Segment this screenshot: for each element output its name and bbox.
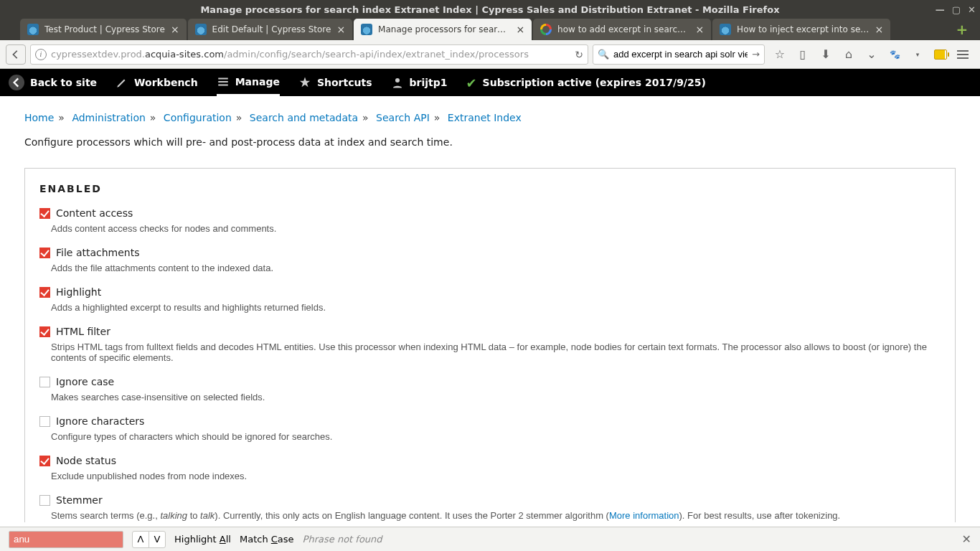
window-titlebar: Manage processors for search index Extra… [0, 0, 980, 19]
processor-label[interactable]: File attachments [56, 247, 140, 258]
breadcrumb-search-meta[interactable]: Search and metadata [250, 112, 358, 123]
new-tab-button[interactable]: + [951, 19, 973, 40]
back-to-site-icon [9, 75, 24, 90]
back-to-site-link[interactable]: Back to site [9, 75, 97, 90]
breadcrumb-config[interactable]: Configuration [164, 112, 232, 123]
find-status: Phrase not found [303, 534, 382, 545]
processor-highlight: Highlight Adds a highlighted excerpt to … [39, 286, 941, 313]
processor-desc: Adds a highlighted excerpt to results an… [51, 302, 941, 313]
battery-icon[interactable] [934, 50, 947, 60]
panel-heading: ENABLED [39, 183, 941, 194]
search-input[interactable] [613, 49, 748, 60]
processor-stemmer: Stemmer Stems search terms (e.g., talkin… [39, 494, 941, 521]
close-tab-icon[interactable]: × [875, 24, 883, 35]
find-input[interactable] [9, 531, 123, 548]
checkbox-ignore-case[interactable] [39, 377, 50, 387]
processor-label[interactable]: HTML filter [56, 326, 110, 337]
drupal-icon [361, 24, 372, 35]
subscription-status[interactable]: ✔ Subscription active (expires 2017/9/25… [466, 75, 706, 90]
close-window-icon[interactable]: ✕ [968, 4, 976, 15]
tab-test-product[interactable]: Test Product | Cypress Store × [20, 19, 187, 40]
window-controls: — ▢ ✕ [936, 0, 976, 19]
user-link[interactable]: brijtp1 [391, 76, 448, 89]
breadcrumb-home[interactable]: Home [24, 112, 54, 123]
pocket-icon[interactable]: ⌄ [865, 47, 878, 61]
drupal-icon [720, 24, 731, 35]
find-next-button[interactable]: ꓦ [149, 531, 166, 548]
checkbox-stemmer[interactable] [39, 495, 50, 506]
info-icon[interactable]: i [35, 49, 47, 60]
home-icon[interactable]: ⌂ [842, 47, 855, 61]
manage-label: Manage [235, 76, 280, 88]
user-label: brijtp1 [410, 77, 448, 88]
tab-google-search[interactable]: how to add excerpt in search ap... × [533, 19, 711, 40]
processor-desc: Adds the file attachments content to the… [51, 263, 941, 273]
breadcrumb-search-api[interactable]: Search API [376, 112, 430, 123]
content-scroll[interactable]: Home» Administration» Configuration» Sea… [0, 96, 980, 522]
highlight-all-toggle[interactable]: Highlight All [174, 534, 231, 545]
close-tab-icon[interactable]: × [171, 24, 179, 35]
processor-label[interactable]: Ignore case [56, 376, 114, 387]
user-icon [391, 76, 404, 89]
check-icon: ✔ [466, 75, 477, 90]
workbench-label: Workbench [134, 77, 198, 88]
library-icon[interactable]: ▯ [796, 47, 809, 61]
url-bar[interactable]: i cypressextdev.prod.acquia-sites.com/ad… [30, 44, 588, 65]
processor-label[interactable]: Highlight [56, 286, 101, 298]
find-nav-buttons: ꓥ ꓦ [132, 531, 166, 548]
back-to-site-label: Back to site [30, 77, 97, 88]
close-tab-icon[interactable]: × [516, 24, 524, 35]
checkbox-node-status[interactable] [39, 456, 50, 466]
processor-content-access: Content access Adds content access check… [39, 207, 941, 234]
processor-label[interactable]: Content access [56, 207, 133, 219]
bookmark-star-icon[interactable]: ☆ [773, 47, 786, 61]
search-go-icon[interactable]: → [752, 49, 760, 60]
checkbox-content-access[interactable] [39, 208, 50, 219]
processor-html-filter: HTML filter Strips HTML tags from fullte… [39, 326, 941, 363]
close-tab-icon[interactable]: × [336, 24, 345, 35]
tab-label: Edit Default | Cypress Store [212, 24, 331, 34]
find-close-icon[interactable]: ✕ [962, 532, 971, 546]
tab-label: Test Product | Cypress Store [44, 24, 165, 34]
reload-icon[interactable]: ↻ [575, 49, 583, 60]
processor-label[interactable]: Node status [56, 455, 116, 466]
close-tab-icon[interactable]: × [695, 24, 704, 35]
menu-icon[interactable] [957, 50, 970, 59]
addon-icon[interactable]: 🐾 [888, 50, 901, 60]
tab-inject-excerpt[interactable]: How to inject excerpt into searc... × [712, 19, 890, 40]
subscription-label: Subscription active (expires 2017/9/25) [483, 77, 706, 88]
processor-label[interactable]: Ignore characters [56, 415, 144, 427]
maximize-icon[interactable]: ▢ [952, 4, 961, 15]
workbench-link[interactable]: Workbench [116, 76, 198, 89]
processor-label[interactable]: Stemmer [56, 494, 103, 506]
pencil-icon [116, 76, 128, 89]
hamburger-icon [217, 75, 230, 88]
processor-file-attachments: File attachments Adds the file attachmen… [39, 247, 941, 273]
checkbox-html-filter[interactable] [39, 326, 50, 337]
svg-point-0 [395, 78, 400, 83]
breadcrumb-admin[interactable]: Administration [72, 112, 145, 123]
find-prev-button[interactable]: ꓥ [132, 531, 149, 548]
minimize-icon[interactable]: — [936, 4, 945, 15]
more-information-link[interactable]: More information [609, 510, 679, 521]
manage-link[interactable]: Manage [217, 69, 280, 96]
checkbox-file-attachments[interactable] [39, 248, 50, 258]
tab-label: how to add excerpt in search ap... [557, 24, 689, 34]
drupal-icon [195, 24, 207, 35]
find-bar: ꓥ ꓦ Highlight All Match Case Phrase not … [0, 527, 980, 551]
shortcuts-link[interactable]: Shortcuts [298, 76, 372, 89]
checkbox-highlight[interactable] [39, 287, 50, 298]
dropdown-icon[interactable]: ▾ [911, 51, 924, 58]
back-button[interactable] [6, 44, 26, 65]
downloads-icon[interactable]: ⬇ [819, 47, 832, 61]
admin-toolbar: Back to site Workbench Manage Shortcuts … [0, 69, 980, 96]
tab-edit-default[interactable]: Edit Default | Cypress Store × [188, 19, 353, 40]
tab-manage-processors[interactable]: Manage processors for search i... × [354, 19, 532, 40]
processor-desc: Makes searches case-insensitive on selec… [51, 392, 941, 402]
match-case-toggle[interactable]: Match Case [240, 534, 294, 545]
drupal-icon [27, 24, 39, 35]
search-icon: 🔍 [598, 49, 609, 60]
checkbox-ignore-characters[interactable] [39, 416, 50, 427]
breadcrumb-extranet[interactable]: Extranet Index [448, 112, 522, 123]
search-bar[interactable]: 🔍 → [593, 44, 765, 65]
